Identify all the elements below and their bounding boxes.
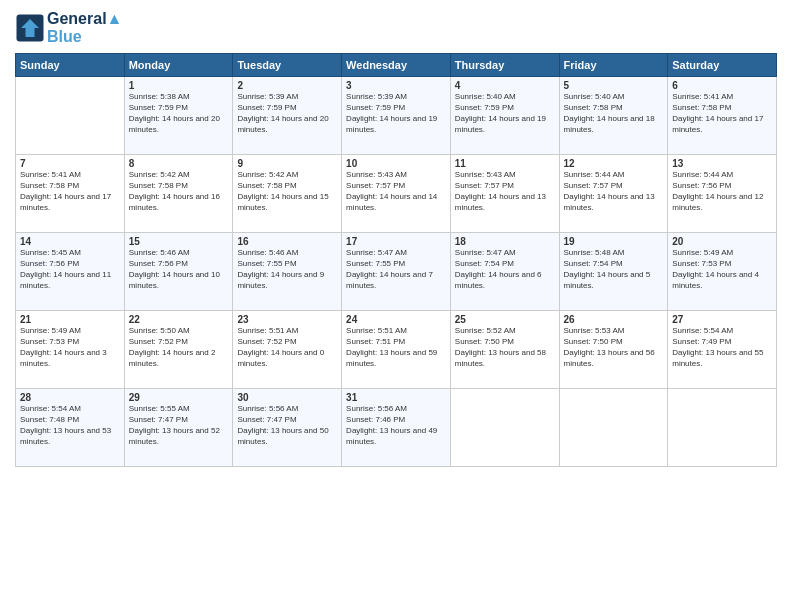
calendar-week-row: 1Sunrise: 5:38 AMSunset: 7:59 PMDaylight… [16,77,777,155]
day-number: 3 [346,80,446,91]
day-number: 16 [237,236,337,247]
header: General▲ Blue [15,10,777,45]
day-number: 20 [672,236,772,247]
day-number: 15 [129,236,229,247]
cell-content: Sunrise: 5:39 AMSunset: 7:59 PMDaylight:… [346,92,446,135]
calendar-cell: 20Sunrise: 5:49 AMSunset: 7:53 PMDayligh… [668,233,777,311]
cell-content: Sunrise: 5:40 AMSunset: 7:58 PMDaylight:… [564,92,664,135]
calendar-cell: 27Sunrise: 5:54 AMSunset: 7:49 PMDayligh… [668,311,777,389]
calendar-cell: 30Sunrise: 5:56 AMSunset: 7:47 PMDayligh… [233,389,342,467]
cell-content: Sunrise: 5:55 AMSunset: 7:47 PMDaylight:… [129,404,229,447]
day-number: 28 [20,392,120,403]
calendar-cell: 22Sunrise: 5:50 AMSunset: 7:52 PMDayligh… [124,311,233,389]
calendar-cell: 6Sunrise: 5:41 AMSunset: 7:58 PMDaylight… [668,77,777,155]
cell-content: Sunrise: 5:42 AMSunset: 7:58 PMDaylight:… [237,170,337,213]
calendar-week-row: 7Sunrise: 5:41 AMSunset: 7:58 PMDaylight… [16,155,777,233]
cell-content: Sunrise: 5:54 AMSunset: 7:48 PMDaylight:… [20,404,120,447]
calendar-cell [16,77,125,155]
calendar-cell: 25Sunrise: 5:52 AMSunset: 7:50 PMDayligh… [450,311,559,389]
weekday-header-wednesday: Wednesday [342,54,451,77]
weekday-header-thursday: Thursday [450,54,559,77]
logo-icon [15,13,45,43]
calendar-cell: 28Sunrise: 5:54 AMSunset: 7:48 PMDayligh… [16,389,125,467]
day-number: 1 [129,80,229,91]
day-number: 19 [564,236,664,247]
cell-content: Sunrise: 5:53 AMSunset: 7:50 PMDaylight:… [564,326,664,369]
cell-content: Sunrise: 5:43 AMSunset: 7:57 PMDaylight:… [346,170,446,213]
calendar-cell: 17Sunrise: 5:47 AMSunset: 7:55 PMDayligh… [342,233,451,311]
logo: General▲ Blue [15,10,122,45]
cell-content: Sunrise: 5:56 AMSunset: 7:47 PMDaylight:… [237,404,337,447]
calendar-cell: 7Sunrise: 5:41 AMSunset: 7:58 PMDaylight… [16,155,125,233]
day-number: 24 [346,314,446,325]
cell-content: Sunrise: 5:44 AMSunset: 7:57 PMDaylight:… [564,170,664,213]
calendar-cell: 29Sunrise: 5:55 AMSunset: 7:47 PMDayligh… [124,389,233,467]
calendar-cell: 12Sunrise: 5:44 AMSunset: 7:57 PMDayligh… [559,155,668,233]
cell-content: Sunrise: 5:54 AMSunset: 7:49 PMDaylight:… [672,326,772,369]
day-number: 11 [455,158,555,169]
day-number: 10 [346,158,446,169]
cell-content: Sunrise: 5:52 AMSunset: 7:50 PMDaylight:… [455,326,555,369]
cell-content: Sunrise: 5:39 AMSunset: 7:59 PMDaylight:… [237,92,337,135]
day-number: 9 [237,158,337,169]
cell-content: Sunrise: 5:50 AMSunset: 7:52 PMDaylight:… [129,326,229,369]
weekday-header-saturday: Saturday [668,54,777,77]
cell-content: Sunrise: 5:46 AMSunset: 7:55 PMDaylight:… [237,248,337,291]
calendar-cell: 31Sunrise: 5:56 AMSunset: 7:46 PMDayligh… [342,389,451,467]
calendar-cell: 24Sunrise: 5:51 AMSunset: 7:51 PMDayligh… [342,311,451,389]
cell-content: Sunrise: 5:51 AMSunset: 7:52 PMDaylight:… [237,326,337,369]
cell-content: Sunrise: 5:38 AMSunset: 7:59 PMDaylight:… [129,92,229,135]
cell-content: Sunrise: 5:49 AMSunset: 7:53 PMDaylight:… [20,326,120,369]
day-number: 26 [564,314,664,325]
day-number: 17 [346,236,446,247]
cell-content: Sunrise: 5:40 AMSunset: 7:59 PMDaylight:… [455,92,555,135]
calendar-cell: 4Sunrise: 5:40 AMSunset: 7:59 PMDaylight… [450,77,559,155]
cell-content: Sunrise: 5:51 AMSunset: 7:51 PMDaylight:… [346,326,446,369]
calendar-cell [559,389,668,467]
cell-content: Sunrise: 5:49 AMSunset: 7:53 PMDaylight:… [672,248,772,291]
calendar-cell: 16Sunrise: 5:46 AMSunset: 7:55 PMDayligh… [233,233,342,311]
cell-content: Sunrise: 5:46 AMSunset: 7:56 PMDaylight:… [129,248,229,291]
calendar-cell: 21Sunrise: 5:49 AMSunset: 7:53 PMDayligh… [16,311,125,389]
calendar-cell: 19Sunrise: 5:48 AMSunset: 7:54 PMDayligh… [559,233,668,311]
cell-content: Sunrise: 5:47 AMSunset: 7:54 PMDaylight:… [455,248,555,291]
cell-content: Sunrise: 5:41 AMSunset: 7:58 PMDaylight:… [672,92,772,135]
cell-content: Sunrise: 5:45 AMSunset: 7:56 PMDaylight:… [20,248,120,291]
calendar-cell: 9Sunrise: 5:42 AMSunset: 7:58 PMDaylight… [233,155,342,233]
day-number: 12 [564,158,664,169]
day-number: 30 [237,392,337,403]
day-number: 13 [672,158,772,169]
calendar-cell: 10Sunrise: 5:43 AMSunset: 7:57 PMDayligh… [342,155,451,233]
day-number: 22 [129,314,229,325]
weekday-header-monday: Monday [124,54,233,77]
calendar-cell [450,389,559,467]
day-number: 8 [129,158,229,169]
day-number: 5 [564,80,664,91]
calendar-table: SundayMondayTuesdayWednesdayThursdayFrid… [15,53,777,467]
calendar-cell: 13Sunrise: 5:44 AMSunset: 7:56 PMDayligh… [668,155,777,233]
calendar-cell: 5Sunrise: 5:40 AMSunset: 7:58 PMDaylight… [559,77,668,155]
day-number: 29 [129,392,229,403]
cell-content: Sunrise: 5:41 AMSunset: 7:58 PMDaylight:… [20,170,120,213]
day-number: 31 [346,392,446,403]
day-number: 4 [455,80,555,91]
cell-content: Sunrise: 5:44 AMSunset: 7:56 PMDaylight:… [672,170,772,213]
calendar-cell: 2Sunrise: 5:39 AMSunset: 7:59 PMDaylight… [233,77,342,155]
calendar-cell [668,389,777,467]
calendar-cell: 18Sunrise: 5:47 AMSunset: 7:54 PMDayligh… [450,233,559,311]
day-number: 6 [672,80,772,91]
calendar-cell: 26Sunrise: 5:53 AMSunset: 7:50 PMDayligh… [559,311,668,389]
weekday-header-friday: Friday [559,54,668,77]
calendar-cell: 23Sunrise: 5:51 AMSunset: 7:52 PMDayligh… [233,311,342,389]
day-number: 18 [455,236,555,247]
calendar-cell: 3Sunrise: 5:39 AMSunset: 7:59 PMDaylight… [342,77,451,155]
weekday-header-sunday: Sunday [16,54,125,77]
logo-text: General▲ Blue [47,10,122,45]
cell-content: Sunrise: 5:42 AMSunset: 7:58 PMDaylight:… [129,170,229,213]
cell-content: Sunrise: 5:56 AMSunset: 7:46 PMDaylight:… [346,404,446,447]
day-number: 14 [20,236,120,247]
cell-content: Sunrise: 5:47 AMSunset: 7:55 PMDaylight:… [346,248,446,291]
day-number: 2 [237,80,337,91]
weekday-header-row: SundayMondayTuesdayWednesdayThursdayFrid… [16,54,777,77]
day-number: 25 [455,314,555,325]
